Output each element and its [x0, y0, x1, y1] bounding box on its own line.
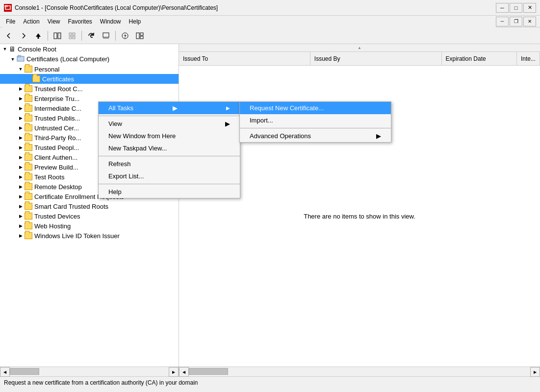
- expand-personal[interactable]: [17, 65, 25, 73]
- properties-button[interactable]: [133, 29, 147, 42]
- expand-trusted-root[interactable]: [17, 85, 25, 93]
- expand-cert-enrollment[interactable]: [17, 193, 25, 200]
- svg-rect-14: [140, 33, 143, 35]
- scroll-right-start-btn[interactable]: ◀: [179, 367, 189, 377]
- inner-close-button[interactable]: ✕: [523, 17, 536, 26]
- certificates-folder-icon: [32, 75, 40, 82]
- expand-client-authen[interactable]: [17, 153, 25, 161]
- up-button[interactable]: [31, 29, 45, 42]
- inner-minimize-button[interactable]: ─: [496, 17, 509, 26]
- ctx-new-taskpad[interactable]: New Taskpad View...: [99, 142, 240, 154]
- export-button[interactable]: [99, 29, 113, 42]
- maximize-button[interactable]: □: [510, 3, 522, 13]
- tree-smart-card-trusted[interactable]: Smart Card Trusted Roots: [0, 201, 179, 211]
- expand-smart-card-trusted[interactable]: [17, 202, 25, 210]
- menu-window[interactable]: Window: [96, 17, 125, 26]
- scroll-right-left-btn[interactable]: ▶: [169, 367, 179, 377]
- ctx-new-taskpad-label: New Taskpad View...: [108, 145, 167, 152]
- third-party-ro-icon: [25, 134, 32, 141]
- left-scroll-thumb[interactable]: [10, 368, 39, 375]
- expand-untrusted-cer[interactable]: [17, 124, 25, 132]
- ctx-all-tasks-arrow: ▶: [173, 104, 178, 112]
- windows-live-label: Windows Live ID Token Issuer: [34, 232, 120, 240]
- expand-remote-desktop[interactable]: [17, 183, 25, 191]
- right-scroll-track[interactable]: [189, 367, 530, 376]
- sub-advanced-ops-arrow: ▶: [376, 132, 381, 140]
- ctx-help-label: Help: [108, 188, 122, 196]
- bottom-scroll-container: ◀ ▶ ◀ ▶: [0, 367, 540, 376]
- sub-import[interactable]: Import...: [240, 114, 391, 126]
- tree-trusted-root[interactable]: Trusted Root C...: [0, 84, 179, 94]
- scroll-left-btn[interactable]: ◀: [0, 367, 10, 377]
- column-header: Issued To Issued By Expiration Date Inte…: [179, 52, 540, 66]
- menu-view[interactable]: View: [44, 17, 64, 26]
- expand-certs-local[interactable]: [9, 55, 17, 63]
- tree-console-root[interactable]: 🖥 Console Root: [0, 44, 179, 54]
- right-scroll[interactable]: ◀ ▶: [179, 367, 540, 376]
- expand-trusted-devices[interactable]: [17, 212, 25, 220]
- left-scroll[interactable]: ◀ ▶: [0, 367, 179, 376]
- sub-advanced-ops-label: Advanced Operations: [250, 132, 311, 140]
- expand-intermediate[interactable]: [17, 104, 25, 112]
- menu-file[interactable]: File: [2, 17, 19, 26]
- expand-web-hosting[interactable]: [17, 222, 25, 230]
- expand-enterprise-tru[interactable]: [17, 95, 25, 102]
- expand-trusted-peopl[interactable]: [17, 144, 25, 151]
- tree-web-hosting[interactable]: Web Hosting: [0, 221, 179, 231]
- expand-windows-live[interactable]: [17, 232, 25, 240]
- scroll-up-indicator[interactable]: ▲: [179, 44, 540, 52]
- ctx-new-window-label: New Window from Here: [108, 132, 176, 140]
- scroll-right-end-btn[interactable]: ▶: [530, 367, 540, 377]
- menu-favorites[interactable]: Favorites: [64, 17, 96, 26]
- show-hide-button[interactable]: [51, 29, 64, 42]
- menu-help[interactable]: Help: [125, 17, 145, 26]
- col-int[interactable]: Inte...: [517, 52, 540, 65]
- menu-action[interactable]: Action: [19, 17, 43, 26]
- console-root-label: Console Root: [18, 46, 56, 53]
- right-scroll-thumb[interactable]: [189, 368, 228, 375]
- title-bar-buttons: ─ □ ✕: [496, 3, 536, 13]
- ctx-help[interactable]: Help: [99, 186, 240, 198]
- help-button[interactable]: ?: [118, 29, 132, 42]
- svg-rect-17: [18, 55, 21, 57]
- back-button[interactable]: [2, 29, 16, 42]
- ctx-export-list-label: Export List...: [108, 172, 144, 180]
- ctx-refresh[interactable]: Refresh: [99, 158, 240, 170]
- col-issued-to[interactable]: Issued To: [179, 52, 310, 65]
- refresh-button[interactable]: [84, 29, 98, 42]
- tree-personal[interactable]: Personal: [0, 64, 179, 74]
- status-bar: Request a new certificate from a certifi…: [0, 376, 540, 388]
- left-scroll-track[interactable]: [10, 367, 169, 376]
- expand-preview-build[interactable]: [17, 163, 25, 171]
- sub-request-new[interactable]: Request New Certificate...: [240, 102, 391, 114]
- expand-test-roots[interactable]: [17, 173, 25, 181]
- expand-trusted-publis[interactable]: [17, 114, 25, 122]
- tree-certificates[interactable]: Certificates: [0, 74, 179, 84]
- expand-third-party-ro[interactable]: [17, 134, 25, 142]
- ctx-new-window[interactable]: New Window from Here: [99, 130, 240, 142]
- svg-text:?: ?: [124, 34, 127, 39]
- close-button[interactable]: ✕: [523, 3, 536, 13]
- inner-maximize-button[interactable]: ❐: [510, 17, 522, 26]
- col-expiry[interactable]: Expiration Date: [442, 52, 517, 65]
- tree-windows-live[interactable]: Windows Live ID Token Issuer: [0, 231, 179, 241]
- left-panel[interactable]: 🖥 Console Root Certificates (Local Compu…: [0, 44, 179, 367]
- sub-request-new-label: Request New Certificate...: [250, 104, 324, 112]
- expand-console-root[interactable]: [1, 45, 9, 53]
- sub-advanced-ops[interactable]: Advanced Operations ▶: [240, 130, 391, 142]
- main-container: 🖥 Console Root Certificates (Local Compu…: [0, 44, 540, 367]
- ctx-all-tasks[interactable]: All Tasks ▶: [99, 102, 240, 114]
- ctx-view[interactable]: View ▶: [99, 118, 240, 130]
- toolbar: ?: [0, 27, 540, 44]
- ctx-sep-1: [99, 116, 240, 116]
- minimize-button[interactable]: ─: [496, 3, 509, 13]
- forward-button[interactable]: [17, 29, 30, 42]
- col-issued-by[interactable]: Issued By: [310, 52, 442, 65]
- trusted-publis-icon: [25, 115, 32, 122]
- untrusted-cer-icon: [25, 124, 32, 131]
- ctx-export-list[interactable]: Export List...: [99, 170, 240, 182]
- certificates-label: Certificates: [42, 75, 74, 83]
- tree-certs-local[interactable]: Certificates (Local Computer): [0, 54, 179, 64]
- tree-trusted-devices[interactable]: Trusted Devices: [0, 211, 179, 221]
- view-button[interactable]: [65, 29, 79, 42]
